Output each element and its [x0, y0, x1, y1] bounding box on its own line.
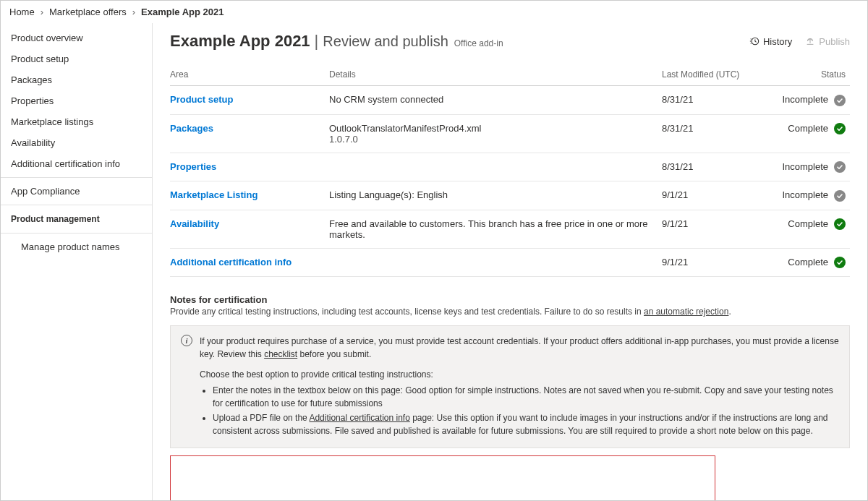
history-icon: [749, 36, 760, 46]
title-separator: |: [315, 32, 319, 51]
title-bar: Example App 2021 | Review and publish Of…: [170, 32, 850, 51]
area-link[interactable]: Packages: [170, 123, 213, 134]
details-cell: OutlookTranslatorManifestProd4.xml1.0.7.…: [329, 114, 662, 153]
status-cell: Complete: [763, 248, 850, 277]
area-link[interactable]: Additional certification info: [170, 257, 292, 267]
publish-command: Publish: [805, 36, 850, 47]
offer-type-label: Office add-in: [454, 38, 503, 48]
nav-product-overview[interactable]: Product overview: [1, 27, 152, 48]
certification-notes-input[interactable]: [170, 455, 715, 500]
nav-divider: [1, 177, 152, 178]
details-cell: No CRM system connected: [329, 86, 662, 115]
nav-section-header: Product management: [1, 208, 152, 230]
table-row: Additional certification info9/1/21Compl…: [170, 248, 850, 277]
info-panel: i If your product requires purchase of a…: [170, 325, 850, 448]
chevron-right-icon: ›: [41, 7, 43, 17]
chevron-right-icon: ›: [132, 7, 135, 17]
table-row: PackagesOutlookTranslatorManifestProd4.x…: [170, 114, 850, 153]
notes-description: Provide any critical testing instruction…: [170, 307, 850, 317]
page-title: Review and publish: [323, 33, 448, 50]
additional-cert-info-link[interactable]: Additional certification info: [309, 413, 409, 423]
status-complete-icon: [834, 257, 846, 268]
publish-icon: [805, 36, 815, 46]
area-link[interactable]: Properties: [170, 161, 216, 172]
nav-divider: [1, 205, 152, 205]
modified-cell: 9/1/21: [662, 210, 763, 248]
history-button[interactable]: History: [749, 36, 792, 47]
modified-cell: 8/31/21: [662, 86, 763, 115]
nav-properties[interactable]: Properties: [1, 90, 152, 111]
col-area: Area: [170, 64, 329, 86]
modified-cell: 8/31/21: [662, 114, 763, 153]
table-row: Properties8/31/21Incomplete: [170, 153, 850, 181]
details-cell: Listing Language(s): English: [329, 181, 662, 210]
nav-packages[interactable]: Packages: [1, 69, 152, 90]
notes-heading: Notes for certification: [170, 294, 850, 305]
nav-divider: [1, 233, 152, 234]
status-incomplete-icon: [834, 95, 846, 106]
status-cell: Incomplete: [763, 181, 850, 210]
nav-marketplace-listings[interactable]: Marketplace listings: [1, 111, 152, 132]
breadcrumb-item[interactable]: Marketplace offers: [49, 7, 127, 17]
col-status: Status: [763, 64, 850, 86]
details-cell: [329, 153, 662, 181]
col-details: Details: [329, 64, 662, 86]
info-choose: Choose the best option to provide critic…: [200, 368, 839, 381]
status-cell: Complete: [763, 210, 850, 248]
status-cell: Incomplete: [763, 153, 850, 181]
info-icon: i: [181, 335, 192, 346]
status-incomplete-icon: [834, 161, 846, 173]
area-link[interactable]: Product setup: [170, 94, 233, 105]
status-incomplete-icon: [834, 190, 846, 202]
checklist-link[interactable]: checklist: [264, 349, 297, 359]
info-line1: If your product requires purchase of a s…: [200, 335, 839, 361]
nav-additional-cert-info[interactable]: Additional certification info: [1, 153, 152, 174]
modified-cell: 9/1/21: [662, 181, 763, 210]
status-complete-icon: [834, 218, 846, 230]
modified-cell: 9/1/21: [662, 248, 763, 277]
table-row: Product setupNo CRM system connected8/31…: [170, 86, 850, 115]
history-label: History: [763, 36, 792, 47]
details-cell: [329, 248, 662, 277]
breadcrumb: Home › Marketplace offers › Example App …: [1, 1, 867, 23]
status-cell: Incomplete: [763, 86, 850, 115]
review-table: Area Details Last Modified (UTC) Status …: [170, 64, 850, 277]
details-cell: Free and available to customers. This br…: [329, 210, 662, 248]
status-cell: Complete: [763, 114, 850, 153]
col-modified: Last Modified (UTC): [662, 64, 763, 86]
status-complete-icon: [834, 123, 846, 134]
info-bullet-1: Enter the notes in the textbox below on …: [213, 384, 839, 410]
modified-cell: 8/31/21: [662, 153, 763, 181]
table-row: AvailabilityFree and available to custom…: [170, 210, 850, 248]
area-link[interactable]: Marketplace Listing: [170, 189, 258, 200]
nav-app-compliance[interactable]: App Compliance: [1, 181, 152, 202]
nav-availability[interactable]: Availability: [1, 132, 152, 153]
table-row: Marketplace ListingListing Language(s): …: [170, 181, 850, 210]
nav-manage-product-names[interactable]: Manage product names: [1, 236, 152, 257]
publish-command-label: Publish: [819, 36, 850, 47]
nav-product-setup[interactable]: Product setup: [1, 48, 152, 69]
info-bullet-2: Upload a PDF file on the Additional cert…: [213, 411, 839, 437]
main-content: Example App 2021 | Review and publish Of…: [153, 23, 867, 500]
sidebar: Product overview Product setup Packages …: [1, 23, 153, 500]
area-link[interactable]: Availability: [170, 218, 219, 229]
app-name: Example App 2021: [170, 32, 310, 51]
breadcrumb-item[interactable]: Home: [9, 7, 35, 17]
breadcrumb-current: Example App 2021: [141, 7, 224, 17]
automatic-rejection-link[interactable]: an automatic rejection: [644, 307, 728, 317]
